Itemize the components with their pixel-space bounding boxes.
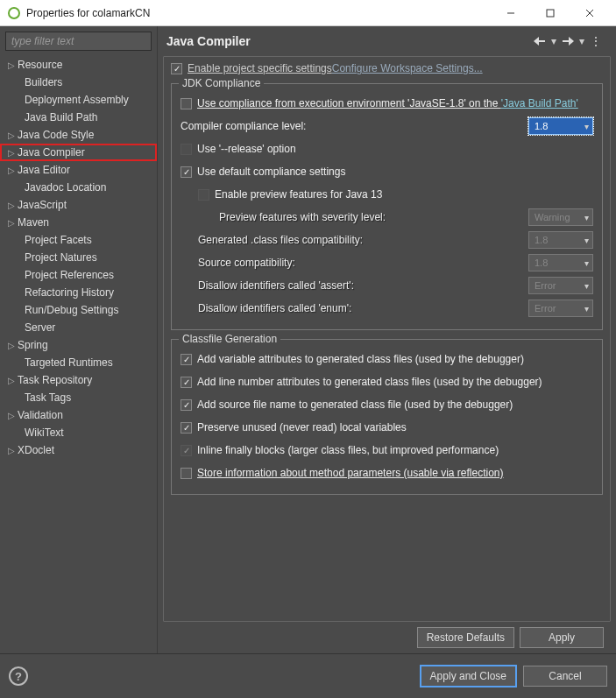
menu-button[interactable]: ⋮ (587, 32, 605, 50)
tree-item-label: Server (25, 321, 55, 334)
tree-item-label: Java Editor (18, 164, 70, 176)
compiler-level-value: 1.8 (535, 121, 548, 131)
svg-rect-2 (547, 10, 554, 17)
add-source-filename-label: Add source file name to generated class … (197, 398, 593, 411)
tree-item-project-natures[interactable]: Project Natures (0, 249, 157, 266)
bottom-bar: ? Apply and Close Cancel (0, 654, 616, 698)
use-compliance-env-checkbox[interactable] (181, 98, 192, 109)
generated-compat-label: Generated .class files compatibility: (198, 234, 528, 246)
classfile-group-title: Classfile Generation (179, 333, 280, 345)
compiler-level-select[interactable]: 1.8▾ (528, 117, 593, 135)
store-method-params-checkbox[interactable] (181, 468, 192, 479)
generated-compat-value: 1.8 (535, 235, 548, 245)
tree-item-java-code-style[interactable]: ▷Java Code Style (0, 126, 157, 144)
compiler-level-label: Compiler compliance level: (181, 120, 528, 132)
content-pane: Java Compiler ▾ ▾ ⋮ Enable project speci… (158, 26, 616, 653)
use-release-label: Use '--release' option (197, 143, 593, 155)
inline-finally-label: Inline finally blocks (larger class file… (197, 444, 593, 456)
restore-defaults-button[interactable]: Restore Defaults (417, 627, 514, 648)
filter-input[interactable]: type filter text (5, 32, 152, 51)
expand-icon[interactable]: ▷ (5, 218, 18, 228)
apply-button[interactable]: Apply (520, 627, 604, 648)
tree-item-run-debug-settings[interactable]: Run/Debug Settings (0, 301, 157, 319)
preview-severity-value: Warning (535, 212, 570, 222)
tree-item-java-compiler[interactable]: ▷Java Compiler (0, 144, 157, 161)
disallow-enum-label: Disallow identifiers called 'enum': (198, 302, 528, 314)
tree-item-project-references[interactable]: Project References (0, 266, 157, 284)
expand-icon[interactable]: ▷ (5, 148, 18, 158)
svg-point-0 (9, 8, 19, 18)
classfile-generation-group: Classfile Generation Add variable attrib… (171, 339, 603, 495)
tree-item-label: JavaScript (18, 199, 67, 211)
tree-item-label: Project References (25, 269, 114, 281)
page-action-row: Restore Defaults Apply (163, 627, 611, 653)
jdk-group-title: JDK Compliance (179, 77, 264, 89)
cancel-button[interactable]: Cancel (523, 666, 607, 687)
source-compat-value: 1.8 (535, 257, 548, 268)
tree-item-builders[interactable]: Builders (0, 74, 157, 91)
preserve-unused-checkbox[interactable] (181, 422, 192, 434)
tree-item-project-facets[interactable]: Project Facets (0, 231, 157, 249)
expand-icon[interactable]: ▷ (5, 166, 18, 175)
preserve-unused-label: Preserve unused (never read) local varia… (197, 421, 593, 434)
tree-item-xdoclet[interactable]: ▷XDoclet (0, 441, 157, 459)
tree-item-task-tags[interactable]: Task Tags (0, 389, 157, 406)
add-variable-attr-label: Add variable attributes to generated cla… (197, 353, 593, 365)
maximize-button[interactable] (530, 0, 570, 26)
expand-icon[interactable]: ▷ (5, 446, 18, 455)
tree-item-label: Task Tags (25, 391, 71, 404)
forward-button[interactable] (559, 32, 577, 50)
window-title: Properties for colamarkCN (26, 7, 491, 19)
source-compat-select: 1.8▾ (528, 254, 593, 271)
tree-item-maven[interactable]: ▷Maven (0, 214, 157, 231)
tree-item-resource[interactable]: ▷Resource (0, 56, 157, 74)
tree-item-javadoc-location[interactable]: Javadoc Location (0, 179, 157, 196)
svg-rect-5 (538, 40, 545, 42)
configure-workspace-link[interactable]: Configure Workspace Settings... (332, 62, 483, 74)
inline-finally-checkbox (181, 445, 192, 456)
filter-placeholder: type filter text (11, 35, 74, 47)
tree-item-label: XDoclet (18, 444, 54, 456)
tree-item-server[interactable]: Server (0, 319, 157, 336)
apply-and-close-button[interactable]: Apply and Close (421, 666, 516, 687)
tree-item-label: Javadoc Location (25, 181, 106, 194)
sidebar: type filter text ▷ResourceBuildersDeploy… (0, 26, 158, 653)
java-build-path-link[interactable]: 'Java Build Path' (501, 97, 578, 109)
add-source-filename-checkbox[interactable] (181, 399, 192, 411)
properties-tree[interactable]: ▷ResourceBuildersDeployment AssemblyJava… (0, 54, 157, 653)
enable-project-specific-checkbox[interactable] (171, 63, 182, 74)
use-release-checkbox (181, 144, 192, 155)
help-icon[interactable]: ? (9, 666, 28, 686)
tree-item-label: Builders (25, 76, 62, 88)
close-button[interactable] (570, 0, 609, 26)
tree-item-javascript[interactable]: ▷JavaScript (0, 196, 157, 214)
preview-severity-label: Preview features with severity level: (219, 211, 528, 223)
use-default-compliance-checkbox[interactable] (181, 166, 192, 178)
tree-item-java-editor[interactable]: ▷Java Editor (0, 161, 157, 179)
source-compat-label: Source compatibility: (198, 257, 528, 269)
tree-item-java-build-path[interactable]: Java Build Path (0, 109, 157, 126)
tree-item-label: Project Natures (25, 251, 97, 264)
expand-icon[interactable]: ▷ (5, 411, 18, 420)
back-button[interactable] (531, 32, 549, 50)
expand-icon[interactable]: ▷ (5, 201, 18, 210)
use-compliance-env-label: Use compliance from execution environmen… (197, 97, 593, 109)
expand-icon[interactable]: ▷ (5, 60, 18, 70)
enable-preview-label: Enable preview features for Java 13 (215, 188, 593, 201)
expand-icon[interactable]: ▷ (5, 341, 18, 350)
minimize-button[interactable] (491, 0, 530, 26)
expand-icon[interactable]: ▷ (5, 376, 18, 385)
tree-item-spring[interactable]: ▷Spring (0, 336, 157, 354)
add-line-number-checkbox[interactable] (181, 377, 192, 388)
tree-item-wikitext[interactable]: WikiText (0, 424, 157, 441)
add-variable-attr-checkbox[interactable] (181, 354, 192, 365)
tree-item-deployment-assembly[interactable]: Deployment Assembly (0, 91, 157, 109)
tree-item-refactoring-history[interactable]: Refactoring History (0, 284, 157, 301)
tree-item-validation[interactable]: ▷Validation (0, 406, 157, 424)
tree-item-task-repository[interactable]: ▷Task Repository (0, 371, 157, 389)
disallow-assert-label: Disallow identifiers called 'assert': (198, 279, 528, 292)
tree-item-label: Targeted Runtimes (25, 356, 113, 369)
expand-icon[interactable]: ▷ (5, 130, 18, 140)
page-title: Java Compiler (166, 34, 528, 48)
tree-item-targeted-runtimes[interactable]: Targeted Runtimes (0, 354, 157, 371)
